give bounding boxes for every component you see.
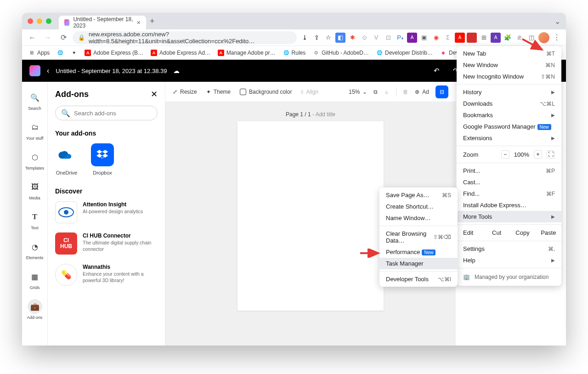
submenu-dev-tools[interactable]: Developer Tools⌥⌘I xyxy=(379,273,458,285)
menu-new-window[interactable]: New Window⌘N xyxy=(457,59,561,71)
star-icon[interactable]: ☆ xyxy=(323,33,334,43)
extensions-icon[interactable]: 🧩 xyxy=(503,33,513,43)
menu-history[interactable]: History▶ xyxy=(457,86,561,98)
dropbox-addon-icon[interactable]: ⊟ xyxy=(435,85,448,98)
back-icon[interactable]: ‹ xyxy=(47,67,49,75)
ext-icon-3[interactable]: ⊙ xyxy=(359,33,369,43)
close-window-button[interactable] xyxy=(28,18,33,24)
ext-icon-2[interactable]: ✱ xyxy=(347,33,357,43)
undo-icon[interactable]: ↶ xyxy=(430,64,443,77)
menu-more-tools[interactable]: More Tools▶ xyxy=(457,211,561,222)
bookmark-item[interactable]: 🌐Rules xyxy=(280,48,309,57)
rail-search[interactable]: 🔍Search xyxy=(24,86,46,114)
bookmark-item[interactable]: 🌐 xyxy=(54,48,66,57)
minimize-window-button[interactable] xyxy=(37,18,42,24)
addon-onedrive[interactable]: OneDrive xyxy=(55,143,78,176)
ext-icon-14[interactable]: A xyxy=(491,33,501,43)
maximize-window-button[interactable] xyxy=(46,18,51,24)
ext-icon-5[interactable]: ⊡ xyxy=(383,33,393,43)
discover-attention-insight[interactable]: Attention Insight AI-powered design anal… xyxy=(55,201,158,223)
cloud-sync-icon[interactable]: ☁ xyxy=(173,67,180,74)
ext-icon-8[interactable]: ▣ xyxy=(419,33,429,43)
discover-cihub[interactable]: CIHUB CI HUB Connector The ultimate digi… xyxy=(55,232,158,255)
forward-button[interactable]: → xyxy=(41,31,54,44)
bgcolor-button[interactable]: Background color xyxy=(240,89,292,95)
submenu-save-page[interactable]: Save Page As…⌘S xyxy=(379,189,458,201)
ext-icon-10[interactable]: Σ xyxy=(443,33,453,43)
zoom-out-button[interactable]: − xyxy=(501,150,509,159)
ext-icon-4[interactable]: V xyxy=(371,33,381,43)
install-icon[interactable]: ⤓ xyxy=(300,33,310,43)
resize-button[interactable]: ⤢Resize xyxy=(173,89,197,95)
bookmark-item[interactable]: AAdobe Express (B… xyxy=(82,48,146,57)
close-tab-icon[interactable]: × xyxy=(137,19,141,26)
ext-icon-6[interactable]: P₄ xyxy=(395,33,405,43)
zoom-dropdown[interactable]: 15%⌄ xyxy=(349,89,367,95)
menu-cut[interactable]: Cut xyxy=(484,227,509,239)
ext-icon-1[interactable]: ◧ xyxy=(335,33,345,43)
submenu-name-window[interactable]: Name Window… xyxy=(379,212,458,224)
bookmark-item[interactable]: ⊙GitHub - AdobeD… xyxy=(310,48,372,57)
bookmark-item[interactable]: 🌐Developer Distrib… xyxy=(373,48,435,57)
menu-managed[interactable]: 🏢Managed by your organization xyxy=(457,270,561,284)
canvas-page[interactable] xyxy=(237,121,384,311)
rail-grids[interactable]: ▦Grids xyxy=(24,266,46,294)
menu-gpm[interactable]: Google Password ManagerNew xyxy=(457,121,561,132)
share-icon[interactable]: ⇪ xyxy=(311,33,322,43)
fullscreen-button[interactable]: ⛶ xyxy=(547,150,555,159)
addon-dropbox[interactable]: Dropbox xyxy=(91,143,114,176)
menu-extensions[interactable]: Extensions▶ xyxy=(457,132,561,144)
browser-tab[interactable]: Untitled - September 18, 2023 × xyxy=(59,16,146,29)
menu-bookmarks[interactable]: Bookmarks▶ xyxy=(457,109,561,121)
tabs-dropdown-icon[interactable]: ⌄ xyxy=(554,17,560,26)
menu-new-incognito[interactable]: New Incognito Window⇧⌘N xyxy=(457,71,561,82)
menu-install[interactable]: Install Adobe Express… xyxy=(457,199,561,211)
submenu-task-manager[interactable]: Task Manager xyxy=(379,258,458,269)
menu-copy[interactable]: Copy xyxy=(509,227,535,239)
ext-icon-13[interactable]: ⊞ xyxy=(479,33,489,43)
rail-your-stuff[interactable]: 🗂Your stuff xyxy=(24,116,46,144)
zoom-in-button[interactable]: + xyxy=(534,150,542,159)
apps-shortcut[interactable]: ⊞Apps xyxy=(26,48,52,57)
rail-text[interactable]: TText xyxy=(24,206,46,234)
new-tab-button[interactable]: + xyxy=(150,17,155,26)
address-bar[interactable]: 🔒 new.express.adobe.com/new?width=8.5&he… xyxy=(73,31,297,44)
control-icon[interactable]: ⎚ xyxy=(514,33,525,43)
adobe-express-logo[interactable] xyxy=(29,65,40,76)
document-title[interactable]: Untitled - September 18, 2023 at 12.38.3… xyxy=(56,68,167,74)
ext-icon-7[interactable]: A xyxy=(407,33,417,43)
submenu-create-shortcut[interactable]: Create Shortcut… xyxy=(379,201,458,212)
menu-cast[interactable]: Cast... xyxy=(457,176,561,188)
submenu-performance[interactable]: PerformanceNew xyxy=(379,246,458,258)
page-indicator[interactable]: Page 1 / 1 - Add title xyxy=(286,111,335,118)
theme-button[interactable]: ✦Theme xyxy=(206,89,231,95)
menu-help[interactable]: Help▶ xyxy=(457,255,561,266)
menu-settings[interactable]: Settings⌘, xyxy=(457,243,561,255)
menu-downloads[interactable]: Downloads⌥⌘L xyxy=(457,98,561,109)
menu-find[interactable]: Find...⌘F xyxy=(457,188,561,199)
chrome-menu-button[interactable]: ⋮ xyxy=(551,32,562,43)
bookmark-item[interactable]: AAdobe Express Ad… xyxy=(148,48,213,57)
discover-wannathis[interactable]: 💊 Wannathis Enhance your content with a … xyxy=(55,264,158,286)
side-panel-icon[interactable]: ◫ xyxy=(526,33,537,43)
close-panel-icon[interactable]: ✕ xyxy=(151,89,158,99)
reload-button[interactable]: ⟳ xyxy=(57,31,70,44)
addon-search[interactable]: 🔍 xyxy=(55,106,158,120)
duplicate-icon[interactable]: ⧉ xyxy=(373,89,378,95)
back-button[interactable]: ← xyxy=(26,31,39,44)
add-page-button[interactable]: ⊕Ad xyxy=(415,89,429,95)
menu-paste[interactable]: Paste xyxy=(536,227,561,239)
menu-new-tab[interactable]: New Tab⌘T xyxy=(457,48,561,59)
rail-elements[interactable]: ◔Elements xyxy=(24,236,46,264)
search-input[interactable] xyxy=(74,110,152,117)
rail-media[interactable]: 🖼Media xyxy=(24,176,46,204)
bookmark-item[interactable]: ♥ xyxy=(68,48,80,57)
submenu-clear-browsing[interactable]: Clear Browsing Data…⇧⌘⌫ xyxy=(379,228,458,246)
profile-avatar[interactable] xyxy=(538,32,549,43)
rail-addons[interactable]: 💼Add-ons xyxy=(24,295,46,323)
ext-icon-9[interactable]: ◉ xyxy=(431,33,441,43)
menu-print[interactable]: Print...⌘P xyxy=(457,165,561,176)
rail-templates[interactable]: ⬡Templates xyxy=(24,146,46,174)
bookmark-item[interactable]: AManage Adobe pr… xyxy=(215,48,278,57)
ext-icon-11[interactable]: A xyxy=(455,33,465,43)
